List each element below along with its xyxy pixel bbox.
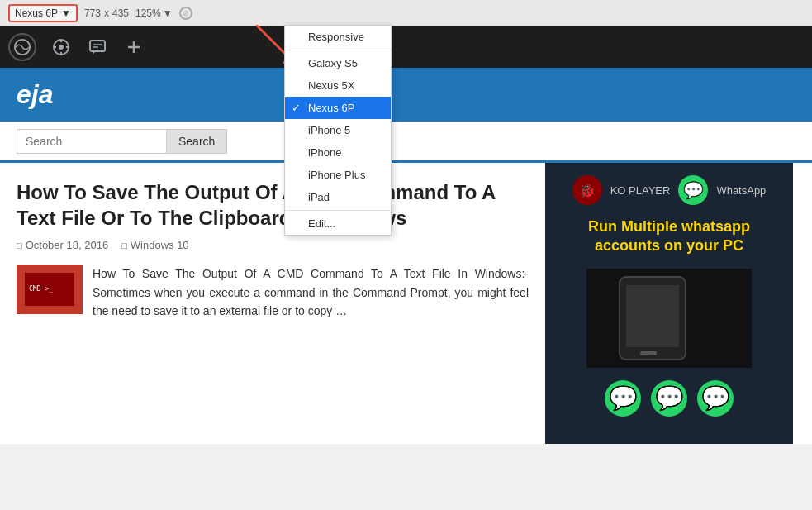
site-header: eja: [0, 68, 812, 122]
ad-headline: Run Multiple whatsapp accounts on your P…: [558, 217, 781, 256]
svg-rect-19: [640, 351, 657, 355]
customize-icon[interactable]: [50, 36, 73, 59]
browser-toolbar: Nexus 6P ▼ 773 x 435 125% ▼ ⊘: [0, 0, 812, 26]
article-meta: □ October 18, 2016 □ Windows 10: [17, 239, 529, 251]
dropdown-item-edit[interactable]: Edit...: [285, 212, 391, 235]
ko-player-icon: 🐞: [572, 175, 602, 205]
sidebar-ad: 🐞 KO PLAYER 💬 WhatsApp Run Multiple what…: [545, 163, 793, 444]
folder-icon: □: [121, 241, 127, 250]
wp-logo-button[interactable]: [8, 33, 36, 61]
ad-brand-row: 🐞 KO PLAYER 💬 WhatsApp: [572, 175, 767, 205]
height-value: 435: [112, 7, 129, 19]
x-separator: x: [104, 7, 109, 19]
site-nav: Search: [0, 122, 812, 163]
article-text: How To Save The Output Of A CMD Command …: [93, 265, 529, 320]
device-label: Nexus 6P: [15, 7, 58, 19]
article-category: □ Windows 10: [121, 239, 188, 251]
dropdown-item-responsive[interactable]: Responsive: [285, 26, 391, 48]
dropdown-item-nexus-5x[interactable]: Nexus 5X: [285, 74, 391, 97]
whatsapp-bottom-icon-2: 💬: [651, 380, 687, 417]
ad-container: 🐞 KO PLAYER 💬 WhatsApp Run Multiple what…: [545, 163, 793, 444]
search-button[interactable]: Search: [166, 130, 226, 153]
whatsapp-bottom-icon-3: 💬: [697, 380, 734, 417]
whatsapp-bottom-icon-1: 💬: [605, 380, 641, 417]
svg-point-4: [59, 45, 64, 50]
svg-text:CMD >_: CMD >_: [29, 285, 53, 293]
article-thumbnail: CMD >_: [17, 265, 83, 314]
search-input[interactable]: [17, 130, 166, 153]
svg-rect-9: [90, 41, 105, 51]
whatsapp-label: WhatsApp: [716, 184, 766, 197]
ko-player-label: KO PLAYER: [610, 184, 671, 197]
zoom-value: 125%: [135, 7, 161, 19]
dropdown-arrow: ▼: [61, 7, 71, 19]
calendar-icon: □: [17, 241, 22, 250]
add-new-icon[interactable]: [122, 36, 145, 59]
ad-device-image: [586, 269, 752, 368]
device-selector[interactable]: Nexus 6P ▼: [8, 4, 78, 22]
search-form: Search: [17, 129, 227, 154]
dropdown-item-iphone-5[interactable]: iPhone 5: [285, 119, 391, 141]
main-content: How To Save The Output Of A CMD Command …: [0, 163, 812, 444]
site-title: eja: [17, 79, 53, 110]
article-area: How To Save The Output Of A CMD Command …: [0, 163, 545, 444]
dropdown-item-ipad[interactable]: iPad: [285, 186, 391, 208]
dropdown-item-galaxy-s5[interactable]: Galaxy S5: [285, 52, 391, 74]
device-dropdown: Responsive Galaxy S5 Nexus 5X Nexus 6P i…: [284, 25, 392, 236]
wp-admin-bar: [0, 26, 812, 68]
wordpress-icon: [13, 38, 31, 56]
comment-icon[interactable]: [86, 36, 109, 59]
dimensions-display: 773 x 435: [84, 7, 129, 19]
dropdown-item-iphone-6-plus[interactable]: iPhone Plus: [285, 164, 391, 186]
dropdown-divider-1: [285, 50, 391, 50]
dropdown-item-nexus-6p[interactable]: Nexus 6P: [285, 97, 391, 119]
block-icon: ⊘: [179, 7, 192, 20]
article-date: □ October 18, 2016: [17, 239, 108, 251]
whatsapp-icon: 💬: [678, 175, 708, 205]
width-value: 773: [84, 7, 101, 19]
ad-bottom-icons: 💬 💬 💬: [605, 380, 734, 417]
svg-rect-18: [626, 285, 679, 347]
dropdown-divider-2: [285, 210, 391, 211]
article-excerpt: CMD >_ How To Save The Output Of A CMD C…: [17, 265, 529, 320]
zoom-control[interactable]: 125% ▼: [135, 7, 173, 19]
zoom-arrow: ▼: [163, 7, 173, 19]
article-title: How To Save The Output Of A CMD Command …: [17, 179, 529, 231]
dropdown-item-iphone-6[interactable]: iPhone: [285, 141, 391, 164]
